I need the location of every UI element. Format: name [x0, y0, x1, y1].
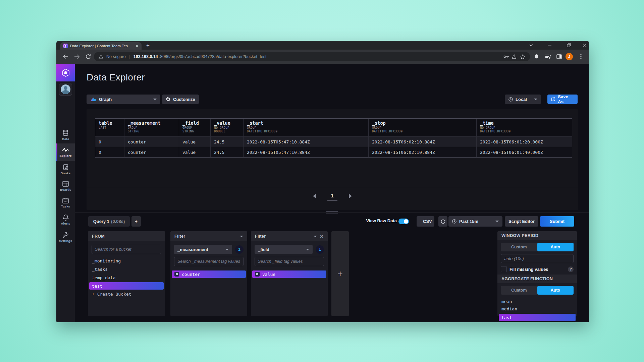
checkbox-checked-icon[interactable]	[255, 272, 260, 277]
create-bucket-button[interactable]: + Create Bucket	[88, 290, 165, 298]
chevron-down-icon	[306, 249, 309, 250]
bucket-item-selected[interactable]: test	[89, 282, 164, 290]
tab-title: Data Explorer | Content Team Tes	[70, 44, 133, 48]
table-cell: 2022-08-15T06:02:10.884Z	[369, 147, 477, 157]
window-period-auto-button[interactable]: Auto	[537, 243, 574, 251]
password-key-icon[interactable]	[503, 55, 509, 58]
measurement-search-input[interactable]	[174, 257, 244, 266]
field-search-input[interactable]	[255, 257, 324, 266]
time-range-dropdown[interactable]: Past 15m	[448, 216, 502, 227]
browser-window: Data Explorer | Content Team Tes ✕ + No …	[56, 41, 589, 322]
next-page-icon[interactable]	[349, 194, 352, 198]
browser-menu-kebab-icon[interactable]	[577, 52, 585, 61]
sidebar-item-data[interactable]: Data	[56, 127, 75, 143]
add-filter-card-button[interactable]: +	[331, 231, 349, 316]
sidebar-item-alerts[interactable]: Alerts	[56, 211, 75, 228]
influxdb-logo[interactable]	[56, 64, 75, 81]
customize-button[interactable]: Customize	[162, 95, 199, 104]
browser-profile-avatar[interactable]: J	[566, 53, 573, 60]
resize-drag-handle[interactable]	[326, 211, 338, 215]
forward-button[interactable]	[73, 52, 80, 61]
aggregate-function-item[interactable]: median	[497, 305, 577, 312]
share-icon[interactable]	[512, 54, 517, 59]
previous-page-icon[interactable]	[313, 194, 316, 198]
sidebar-item-books[interactable]: Books	[56, 161, 75, 178]
security-label: No seguro	[106, 54, 126, 59]
bucket-item[interactable]: _monitoring	[88, 257, 165, 265]
checkbox-checked-icon[interactable]	[174, 272, 179, 277]
back-button[interactable]	[62, 52, 69, 61]
sidebar-item-boards[interactable]: Boards	[56, 178, 75, 194]
window-minimize-button[interactable]	[544, 41, 555, 50]
chevron-down-icon	[225, 249, 229, 250]
timezone-label: Local	[516, 97, 531, 102]
refresh-button[interactable]	[438, 216, 447, 227]
extensions-puzzle-icon[interactable]	[533, 52, 541, 61]
fill-missing-values-checkbox[interactable]	[501, 266, 507, 272]
aggregate-auto-button[interactable]: Auto	[537, 286, 574, 295]
visualization-type-label: Graph	[99, 97, 151, 102]
window-period-custom-button[interactable]: Custom	[501, 243, 537, 251]
window-close-button[interactable]	[579, 41, 589, 50]
user-avatar-icon	[61, 84, 70, 94]
time-range-label: Past 15m	[459, 219, 493, 224]
from-panel: FROM _monitoring _tasks temp_data test +…	[88, 231, 165, 316]
add-query-button[interactable]: +	[131, 216, 141, 227]
help-icon[interactable]: ?	[568, 266, 574, 272]
sidebar-item-tasks[interactable]: Tasks	[56, 194, 75, 211]
user-avatar[interactable]	[59, 83, 72, 96]
gear-icon	[166, 97, 170, 102]
filter-key-label: _measurement	[177, 247, 225, 252]
tab-close-icon[interactable]: ✕	[135, 44, 139, 49]
visualization-type-dropdown[interactable]: Graph	[87, 95, 160, 104]
query-duration: (0.08s)	[111, 219, 125, 224]
chevron-down-icon[interactable]	[240, 236, 243, 237]
filter-key-dropdown[interactable]: _field	[255, 245, 313, 254]
remove-filter-icon[interactable]: ✕	[320, 234, 324, 239]
window-restore-button[interactable]	[563, 41, 575, 50]
save-as-button[interactable]: Save As	[547, 95, 578, 104]
chevron-down-icon	[534, 99, 537, 100]
aggregate-custom-button[interactable]: Custom	[501, 286, 537, 295]
new-tab-button[interactable]: +	[144, 42, 152, 49]
bucket-search-input[interactable]	[92, 245, 161, 254]
bucket-item[interactable]: _tasks	[88, 265, 165, 274]
filter-key-dropdown[interactable]: _measurement	[174, 245, 232, 254]
page-number[interactable]: 1	[327, 192, 337, 201]
script-editor-button[interactable]: Script Editor	[505, 216, 538, 227]
timezone-dropdown[interactable]: Local	[505, 95, 541, 104]
database-icon	[62, 130, 69, 136]
csv-download-button[interactable]: CSV	[417, 216, 434, 227]
filter-panel-header: Filter	[170, 231, 247, 241]
submit-button[interactable]: Submit	[540, 216, 574, 227]
chevron-down-icon[interactable]	[314, 236, 317, 237]
aggregate-function-item[interactable]: mean	[497, 298, 577, 305]
extension-media-list-icon[interactable]	[544, 52, 551, 61]
graph-chart-icon	[90, 97, 96, 102]
tag-value-selected[interactable]: counter	[172, 270, 246, 278]
reload-button[interactable]	[85, 52, 92, 61]
tag-value-selected[interactable]: value	[252, 270, 326, 278]
window-period-input[interactable]	[501, 254, 574, 263]
bookmark-star-icon[interactable]	[520, 54, 525, 59]
options-panel: WINDOW PERIOD Custom Auto Fill missing v…	[497, 231, 577, 316]
tab-search-chevron-icon[interactable]	[525, 41, 537, 50]
browser-tab[interactable]: Data Explorer | Content Team Tes ✕	[60, 42, 142, 50]
aggregate-function-selected[interactable]: last	[499, 314, 576, 321]
table-cell: 24.5	[211, 136, 244, 147]
side-panel-icon[interactable]	[555, 52, 563, 61]
filter-header-label: Filter	[255, 234, 311, 239]
column-header-time: _timeNO GROUPDATETIME:RFC3339	[477, 119, 572, 136]
window-period-mode-toggle: Custom Auto	[501, 243, 574, 251]
address-bar[interactable]: No seguro | 192.168.0.14 :8086/orgs/057a…	[94, 52, 530, 61]
bucket-item[interactable]: temp_data	[88, 274, 165, 282]
view-raw-data-toggle[interactable]	[398, 219, 409, 224]
customize-label: Customize	[173, 97, 195, 102]
sidebar-item-settings[interactable]: Settings	[56, 228, 75, 246]
dashboard-grid-icon	[62, 181, 69, 187]
csv-label: CSV	[423, 219, 432, 224]
column-header-field: _fieldGROUPSTRING	[179, 119, 211, 136]
export-icon	[551, 97, 555, 102]
sidebar-item-explore[interactable]: Explore	[56, 143, 75, 161]
query-tab[interactable]: Query 1 (0.08s)	[88, 216, 130, 227]
